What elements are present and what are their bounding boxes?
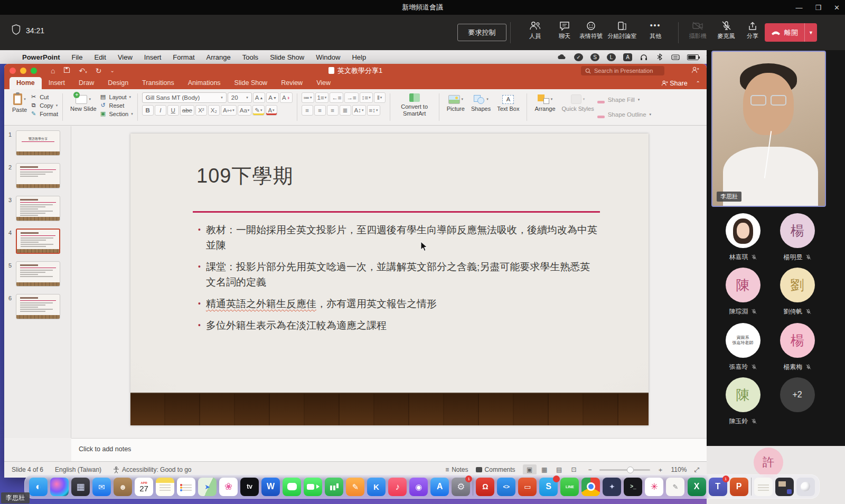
minimize-button[interactable]: —	[795, 4, 802, 12]
slideshow-button[interactable]: ⊡	[567, 464, 581, 475]
font-name-select[interactable]: Gill Sans MT (Body)▾	[142, 92, 227, 103]
align-right-button[interactable]: ≡	[327, 105, 339, 116]
dock-finder-icon[interactable]: ◐	[29, 478, 48, 496]
tab-view[interactable]: View	[309, 77, 337, 89]
dock-maps-icon[interactable]: ➤	[198, 478, 217, 496]
menu-format[interactable]: Format	[167, 53, 200, 61]
slide-number-indicator[interactable]: Slide 4 of 6	[12, 466, 43, 473]
align-text-button[interactable]: ≡↕▾	[367, 105, 380, 116]
dock-notes-icon[interactable]	[156, 478, 174, 496]
slide-thumbnail-2[interactable]: 2	[4, 163, 71, 191]
dock-messages-icon[interactable]	[283, 478, 301, 496]
slide-thumbnail-4[interactable]: 4	[4, 229, 71, 256]
decrease-indent-button[interactable]: ←≡	[330, 92, 343, 103]
tab-design[interactable]: Design	[101, 77, 135, 89]
slide-bullet[interactable]: •精通英語之外籍生反應佳，亦有選用英文報告之情形	[198, 296, 599, 311]
superscript-button[interactable]: X²	[195, 105, 207, 116]
fit-slide-button[interactable]: ⤢	[694, 466, 699, 473]
italic-button[interactable]: I	[155, 105, 166, 116]
increase-font-button[interactable]: A▲	[253, 92, 266, 103]
dock-system-settings-icon[interactable]: ⚙1	[452, 478, 470, 496]
leave-options-chevron[interactable]: ▼	[804, 23, 817, 42]
shapes-button[interactable]: ▾ Shapes	[468, 92, 494, 113]
zoom-slider-knob[interactable]	[627, 467, 634, 473]
s-app-menubar-icon[interactable]: S	[590, 53, 599, 61]
menu-window[interactable]: Window	[310, 53, 346, 61]
line-menubar-icon[interactable]: L	[607, 53, 616, 61]
dock-apple-tv-icon[interactable]: tv	[240, 478, 259, 496]
tab-transitions[interactable]: Transitions	[135, 77, 181, 89]
align-center-button[interactable]: ≡	[314, 105, 326, 116]
menu-edit[interactable]: Edit	[88, 53, 111, 61]
tab-draw[interactable]: Draw	[72, 77, 101, 89]
participant-tile-劉倚帆[interactable]: 劉劉倚帆	[770, 268, 824, 316]
dock-terminal-icon[interactable]: >_	[624, 478, 642, 496]
dock-trash-icon[interactable]	[796, 478, 815, 496]
language-indicator[interactable]: English (Taiwan)	[55, 466, 101, 473]
keyboard-brightness-icon[interactable]	[671, 53, 680, 61]
picture-button[interactable]: ▾ Picture	[444, 92, 468, 113]
tab-home[interactable]: Home	[10, 77, 42, 89]
dock-acrobat-icon[interactable]: Ω	[476, 478, 494, 496]
highlight-color-button[interactable]: ✎▾	[252, 105, 264, 116]
slide-thumbnail-6[interactable]: 6	[4, 294, 71, 321]
dock-vscode-icon[interactable]: <>	[497, 478, 515, 496]
mic-button-muted[interactable]: 麥克風	[712, 21, 740, 40]
participant-tile-楊明昱[interactable]: 楊楊明昱	[770, 213, 824, 262]
paste-button[interactable]: ▾ Paste	[9, 92, 30, 115]
tab-slide-show[interactable]: Slide Show	[228, 77, 275, 89]
active-speaker-video[interactable]: 李思壯	[711, 51, 826, 207]
text-direction-button[interactable]: A↕▾	[352, 105, 366, 116]
participant-tile-陳玉鈴[interactable]: 陳陳玉鈴	[716, 377, 770, 426]
share-presence-icon[interactable]	[691, 66, 699, 75]
dock-skype-icon[interactable]: S	[539, 478, 558, 496]
request-control-button[interactable]: 要求控制	[457, 24, 506, 41]
slide-canvas[interactable]: 109下學期 •教材：一開始採用全英文投影片，至四週後有學生向導師反應無法吸收，…	[130, 134, 649, 425]
shape-fill-button[interactable]: Shape Fill▾	[597, 94, 651, 105]
slide-title[interactable]: 109下學期	[196, 163, 293, 189]
dock-powerpoint-icon[interactable]: P	[730, 478, 748, 496]
zoom-out-button[interactable]: −	[588, 466, 592, 473]
font-color-button[interactable]: A▾	[266, 105, 277, 116]
text-box-button[interactable]: A Text Box	[494, 92, 522, 113]
dock-dark-app-icon[interactable]: ✦	[603, 478, 621, 496]
participant-tile-張嘉玲[interactable]: 資圖系張嘉玲老師張嘉玲	[716, 323, 770, 372]
arrange-button[interactable]: ▾ Arrange	[531, 92, 558, 113]
dock-slack-icon[interactable]: ✳	[645, 478, 663, 496]
restore-button[interactable]: ❒	[815, 4, 821, 12]
thumbnail-preview[interactable]	[16, 229, 60, 254]
menu-view[interactable]: View	[112, 53, 138, 61]
strikethrough-button[interactable]: abe	[180, 105, 194, 116]
slide-thumbnail-5[interactable]: 5	[4, 261, 71, 289]
dock-calendar-icon[interactable]: APR27	[135, 478, 153, 496]
dock-textedit-icon[interactable]: ✎	[666, 478, 684, 496]
dock-photos-icon[interactable]: ❀	[219, 478, 238, 496]
breakout-rooms-button[interactable]: 分組討論室	[605, 21, 639, 40]
underline-button[interactable]: U	[167, 105, 179, 116]
shape-outline-button[interactable]: Shape Outline▾	[597, 109, 651, 120]
cut-button[interactable]: ✂Cut	[30, 93, 58, 100]
participant-tile-overflow[interactable]: +2	[770, 377, 824, 412]
slide-thumbnail-3[interactable]: 3	[4, 196, 71, 223]
checkmark-menubar-icon[interactable]: ✓	[574, 53, 583, 61]
collapse-ribbon-chevron[interactable]: ⌃	[696, 80, 700, 86]
headphones-icon[interactable]	[640, 53, 648, 61]
slide-bullet[interactable]: •多位外籍生表示為在淡江較為適應之課程	[198, 318, 599, 333]
onedrive-cloud-icon[interactable]	[557, 53, 567, 61]
menu-help[interactable]: Help	[346, 53, 372, 61]
menu-powerpoint[interactable]: PowerPoint	[18, 53, 66, 61]
tab-review[interactable]: Review	[274, 77, 309, 89]
slide-thumbnail-1[interactable]: 1雙語教學分享	[4, 130, 71, 158]
thumbnail-preview[interactable]	[16, 196, 60, 221]
slide-bullet[interactable]: •課堂：投影片部分先用英文唸過一次，並講解英文部分之含義;另盡可能要求學生熟悉英…	[198, 259, 599, 290]
copy-button[interactable]: ⧉Copy▾	[30, 102, 58, 109]
new-slide-button[interactable]: ▾ New Slide	[67, 92, 100, 113]
layout-button[interactable]: ▤Layout▾	[100, 93, 133, 100]
input-source-icon[interactable]: A	[623, 53, 632, 61]
columns-button[interactable]: ‖▾	[374, 92, 386, 103]
menu-arrange[interactable]: Arrange	[201, 53, 237, 61]
reading-view-button[interactable]: ▤	[552, 464, 566, 475]
menu-tools[interactable]: Tools	[237, 53, 264, 61]
dock-minimized-meeting-window-icon[interactable]	[775, 478, 794, 496]
participant-tile-林嘉琪[interactable]: 林嘉琪	[716, 213, 770, 262]
